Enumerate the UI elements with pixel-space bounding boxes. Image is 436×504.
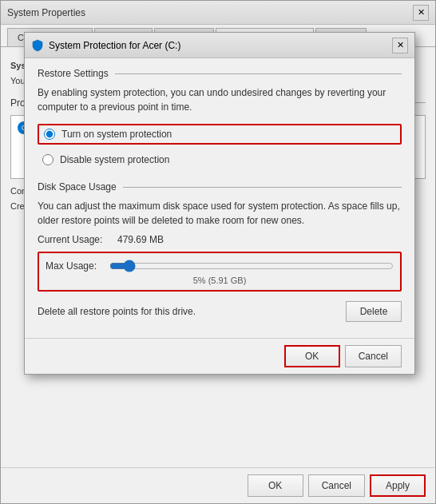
outer-apply-button[interactable]: Apply (370, 474, 426, 497)
disk-space-section: Disk Space Usage You can adjust the maxi… (38, 181, 402, 322)
turn-on-option[interactable]: Turn on system protection (38, 124, 402, 145)
delete-button[interactable]: Delete (346, 301, 402, 322)
shield-icon (31, 39, 44, 52)
current-usage-value: 479.69 MB (117, 234, 164, 245)
max-usage-slider[interactable] (109, 260, 394, 272)
modal-body: Restore Settings By enabling system prot… (25, 58, 414, 338)
modal-title: System Protection for Acer (C:) (49, 40, 392, 51)
modal-cancel-button[interactable]: Cancel (345, 345, 402, 367)
outer-cancel-button[interactable]: Cancel (308, 474, 365, 497)
modal-ok-button[interactable]: OK (284, 345, 340, 367)
max-usage-container: Max Usage: 5% (5.91 GB) (38, 252, 402, 292)
modal-titlebar: System Protection for Acer (C:) ✕ (25, 33, 414, 58)
disk-space-label: Disk Space Usage (38, 181, 117, 192)
disable-option[interactable]: Disable system protection (38, 151, 402, 169)
outer-close-button[interactable]: ✕ (413, 5, 429, 21)
modal-close-button[interactable]: ✕ (392, 38, 408, 54)
disk-description: You can adjust the maximum disk space us… (38, 199, 402, 228)
outer-titlebar: System Properties ✕ (1, 1, 435, 25)
outer-ok-button[interactable]: OK (248, 474, 303, 497)
disk-space-header: Disk Space Usage (38, 181, 402, 192)
outer-window-title: System Properties (7, 7, 413, 18)
disk-divider (123, 187, 402, 188)
current-usage-label: Current Usage: (38, 234, 117, 245)
restore-divider (115, 73, 402, 74)
current-usage-row: Current Usage: 479.69 MB (38, 234, 402, 245)
slider-track-container (109, 258, 394, 274)
restore-settings-section: Restore Settings (38, 68, 402, 79)
delete-description: Delete all restore points for this drive… (38, 306, 196, 317)
turn-on-radio[interactable] (44, 129, 55, 140)
modal-footer: OK Cancel (25, 338, 414, 374)
system-protection-dialog: System Protection for Acer (C:) ✕ Restor… (24, 32, 415, 375)
max-usage-label: Max Usage: (46, 260, 109, 272)
delete-row: Delete all restore points for this drive… (38, 301, 402, 322)
slider-percent: 5% (5.91 GB) (46, 276, 394, 285)
turn-on-label: Turn on system protection (61, 129, 172, 140)
slider-row: Max Usage: (46, 258, 394, 274)
disable-radio[interactable] (42, 154, 54, 165)
disable-label: Disable system protection (60, 154, 169, 165)
restore-settings-label: Restore Settings (38, 68, 109, 79)
outer-footer: OK Cancel Apply (1, 467, 435, 503)
restore-description: By enabling system protection, you can u… (38, 85, 402, 114)
protection-options: Turn on system protection Disable system… (38, 124, 402, 169)
